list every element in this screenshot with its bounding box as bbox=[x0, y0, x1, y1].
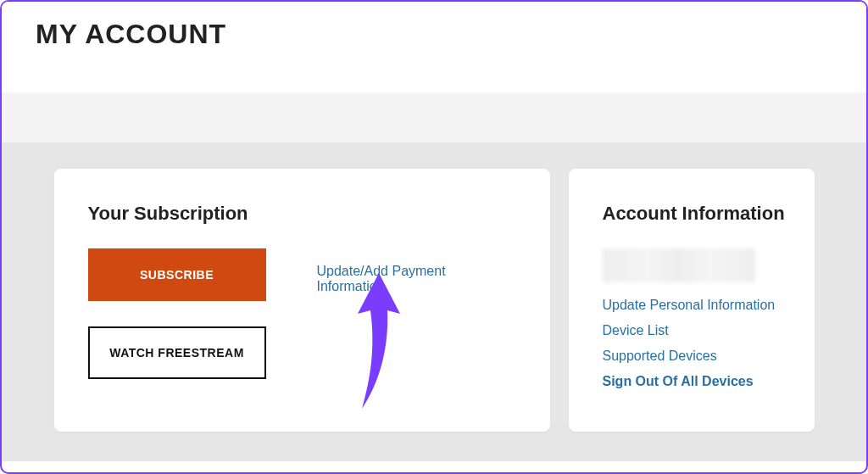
watch-freestream-button[interactable]: WATCH FREESTREAM bbox=[88, 326, 266, 379]
supported-devices-link[interactable]: Supported Devices bbox=[603, 349, 806, 364]
page-title: MY ACCOUNT bbox=[36, 19, 832, 50]
account-links: Update Personal Information Device List … bbox=[603, 298, 806, 389]
subscription-card: Your Subscription SUBSCRIBE WATCH FREEST… bbox=[54, 169, 550, 432]
update-personal-info-link[interactable]: Update Personal Information bbox=[603, 298, 806, 313]
sign-out-all-devices-link[interactable]: Sign Out Of All Devices bbox=[603, 374, 806, 389]
account-info-card: Account Information Update Personal Info… bbox=[569, 169, 815, 432]
account-info-heading: Account Information bbox=[603, 203, 806, 225]
page-header: MY ACCOUNT bbox=[2, 2, 866, 92]
content-area: Your Subscription SUBSCRIBE WATCH FREEST… bbox=[2, 143, 866, 461]
device-list-link[interactable]: Device List bbox=[603, 323, 806, 338]
redacted-account-detail bbox=[603, 248, 755, 282]
update-payment-link[interactable]: Update/Add Payment Information bbox=[317, 264, 516, 294]
subscription-heading: Your Subscription bbox=[88, 203, 516, 225]
subscribe-button[interactable]: SUBSCRIBE bbox=[88, 248, 266, 301]
gray-band bbox=[2, 92, 866, 143]
